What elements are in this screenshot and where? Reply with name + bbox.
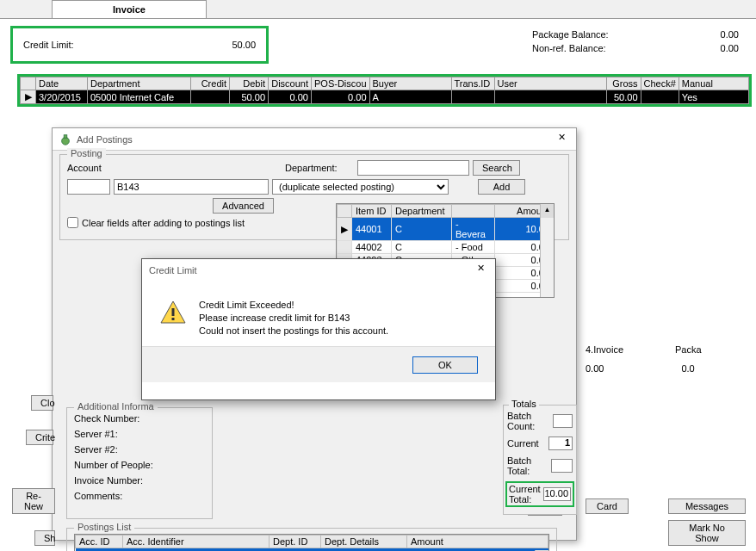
account-code-input[interactable] (67, 179, 110, 195)
additional-info-fieldset: Additional Informa Check Number: Server … (66, 407, 213, 519)
current-label: Current (507, 438, 539, 449)
dept-row[interactable]: 44002C- Food0.00 (338, 241, 554, 254)
ledger-col-transid[interactable]: Trans.ID (451, 77, 494, 90)
ledger-col-check[interactable]: Check# (641, 77, 679, 90)
dept-cell-dept: C (392, 241, 452, 254)
alert-close-button[interactable]: ✕ (473, 263, 488, 278)
pl-cell-deptid (270, 548, 321, 552)
credit-limit-alert-dialog: Credit Limit ✕ Credit Limit Exceeded! Pl… (141, 258, 496, 400)
dept-col-marker (338, 205, 352, 218)
additional-info-legend: Additional Informa (74, 401, 158, 412)
ledger-cell-check (641, 90, 679, 104)
alert-message: Credit Limit Exceeded! Please increase c… (199, 299, 388, 337)
card-button[interactable]: Card (586, 498, 629, 514)
ledger-row[interactable]: ▶ 3/20/2015 05000 Internet Cafe 50.00 0.… (21, 90, 749, 104)
ledger-cell-date: 3/20/2015 (36, 90, 88, 104)
ledger-col-marker (21, 77, 36, 90)
batch-count-label: Batch Count: (507, 411, 551, 431)
alert-line1: Credit Limit Exceeded! (199, 299, 388, 312)
dept-cell-dept: C (392, 218, 452, 241)
alert-line2: Please increase credit limit for B143 (199, 312, 388, 325)
tab-invoice[interactable]: Invoice (52, 0, 207, 18)
advanced-button[interactable]: Advanced (213, 198, 274, 214)
close-button[interactable]: ✕ (554, 132, 569, 147)
sh-button-partial[interactable]: Sh (34, 530, 55, 546)
ledger-col-posdisc[interactable]: POS-Discou (312, 77, 370, 90)
search-button[interactable]: Search (473, 160, 520, 176)
postings-list-legend: Postings List (74, 522, 134, 532)
department-input[interactable] (357, 160, 469, 176)
duplicate-posting-select[interactable]: (duplicate selected posting) (272, 179, 449, 195)
pl-col-amount[interactable]: Amount (407, 536, 548, 548)
dept-row[interactable]: ▶44001C- Bevera10.00 (338, 218, 554, 241)
mark-no-show-button[interactable]: Mark No Show (668, 520, 746, 546)
package-balance-value: 0.00 (721, 29, 739, 40)
criteria-button-partial[interactable]: Crite (26, 430, 53, 445)
alert-titlebar[interactable]: Credit Limit ✕ (142, 259, 495, 282)
pl-cell-amount (407, 548, 548, 552)
ledger-col-buyer[interactable]: Buyer (369, 77, 451, 90)
ledger-col-gross[interactable]: Gross (606, 77, 641, 90)
scroll-up-icon[interactable]: ▲ (541, 204, 554, 218)
ledger-col-manual[interactable]: Manual (679, 77, 748, 90)
messages-button[interactable]: Messages (668, 498, 746, 514)
renew-button[interactable]: Re-New (12, 488, 55, 514)
dept-cell-suffix: - Food (452, 241, 495, 254)
svg-rect-3 (172, 308, 175, 316)
alert-title: Credit Limit (149, 265, 473, 276)
ledger-cell-debit: 50.00 (230, 90, 269, 104)
pl-cell-details (321, 548, 407, 552)
dept-col-itemid[interactable]: Item ID (352, 205, 392, 218)
credit-limit-box: Credit Limit: 50.00 (10, 26, 269, 64)
pl-col-ident[interactable]: Acc. Identifier (123, 536, 270, 548)
ledger-cell-transid (451, 90, 494, 104)
ledger-col-dept[interactable]: Department (88, 77, 191, 90)
credit-limit-value: 50.00 (232, 40, 256, 50)
dialog-title: Add Postings (77, 134, 554, 145)
ledger-col-debit[interactable]: Debit (230, 77, 269, 90)
postings-list-fieldset: Postings List Acc. ID Acc. Identifier De… (66, 528, 557, 551)
ledger-cell-credit (191, 90, 230, 104)
ledger-col-discount[interactable]: Discount (269, 77, 312, 90)
pl-cell-ident (123, 548, 270, 552)
invoice-label: 4.Invoice (586, 344, 623, 355)
dept-scrollbar[interactable]: ▲ (540, 204, 554, 297)
ledger-cell-discount: 0.00 (269, 90, 312, 104)
dialog-titlebar[interactable]: Add Postings ✕ (53, 128, 576, 151)
ok-button[interactable]: OK (412, 356, 478, 374)
ledger-cell-manual: Yes (679, 90, 748, 104)
package-balance-label: Package Balance: (532, 29, 609, 40)
clear-fields-checkbox[interactable] (67, 217, 78, 228)
pl-col-deptid[interactable]: Dept. ID (270, 536, 321, 548)
ledger-col-date[interactable]: Date (36, 77, 88, 90)
add-button[interactable]: Add (478, 179, 525, 195)
current-total-label: Current Total: (509, 484, 543, 505)
warning-icon (159, 299, 187, 326)
ledger-cell-user (494, 90, 606, 104)
svg-rect-4 (172, 318, 175, 320)
dept-col-suffix (452, 205, 495, 218)
balance-info: Package Balance: 0.00 Non-ref. Balance: … (532, 29, 739, 57)
dept-col-dept[interactable]: Department (392, 205, 452, 218)
ledger-col-credit[interactable]: Credit (191, 77, 230, 90)
ledger-cell-buyer: A (369, 90, 451, 104)
account-label: Account (67, 163, 110, 173)
batch-total-value (551, 459, 573, 473)
pl-cell-accid: B143 (76, 548, 123, 552)
account-name-input[interactable] (114, 179, 269, 195)
pl-col-details[interactable]: Dept. Details (321, 536, 407, 548)
batch-count-value (553, 414, 573, 428)
ledger-col-user[interactable]: User (494, 77, 606, 90)
comments-label: Comments: (74, 491, 169, 501)
dept-row-marker: ▶ (338, 218, 352, 241)
top-info: Credit Limit: 50.00 Package Balance: 0.0… (0, 26, 756, 69)
close-button-partial[interactable]: Clo (31, 395, 53, 411)
ledger-header-row: Date Department Credit Debit Discount PO… (21, 77, 749, 90)
nonref-balance-label: Non-ref. Balance: (532, 43, 606, 53)
dept-cell-suffix: - Bevera (452, 218, 495, 241)
pl-col-accid[interactable]: Acc. ID (76, 536, 123, 548)
invoice-value: 0.00 (586, 363, 604, 374)
ledger-cell-dept: 05000 Internet Cafe (88, 90, 191, 104)
pl-row[interactable]: B143 (76, 548, 548, 552)
ledger-table: Date Department Credit Debit Discount PO… (17, 74, 752, 107)
